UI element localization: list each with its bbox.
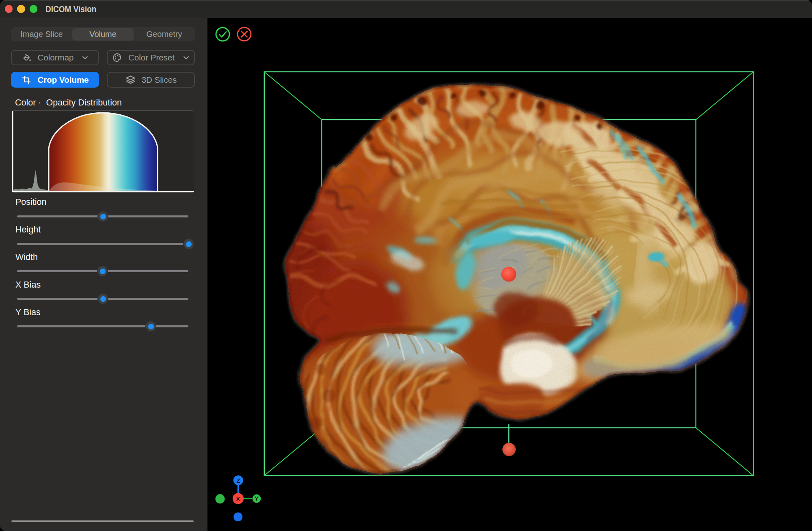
svg-text:X: X (236, 495, 240, 502)
svg-text:Y: Y (255, 495, 259, 502)
svg-text:Z: Z (236, 477, 240, 484)
